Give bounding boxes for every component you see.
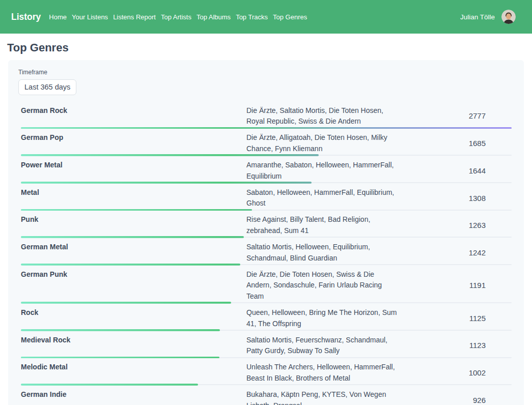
nav-link-home[interactable]: Home xyxy=(49,13,67,21)
genre-bar-track xyxy=(21,302,512,304)
genre-bar-track xyxy=(21,357,512,359)
genre-name: German Indie xyxy=(21,389,246,405)
timeframe-label: Timeframe xyxy=(18,69,516,76)
genre-artists: Bukahara, Käptn Peng, KYTES, Von Wegen L… xyxy=(246,389,407,405)
genre-bar-track xyxy=(21,182,512,184)
genre-name: German Rock xyxy=(21,105,246,127)
nav-link-top-genres[interactable]: Top Genres xyxy=(273,13,307,21)
genre-count: 926 xyxy=(407,389,512,405)
top-genres-card: Timeframe Last 365 days German Rock Die … xyxy=(8,60,524,405)
timeframe-button[interactable]: Last 365 days xyxy=(18,79,76,95)
genre-name: German Metal xyxy=(21,242,246,264)
genre-bar xyxy=(21,329,220,331)
genre-table: German Rock Die Ärzte, Saltatio Mortis, … xyxy=(21,102,512,405)
genre-name: Medieval Rock xyxy=(21,335,246,357)
genre-row: Melodic Metal Unleash The Archers, Hello… xyxy=(21,359,512,386)
genre-bar-track xyxy=(21,236,512,238)
genre-bar xyxy=(21,384,198,386)
nav-link-your-listens[interactable]: Your Listens xyxy=(72,13,108,21)
genre-artists: Die Ärzte, Saltatio Mortis, Die Toten Ho… xyxy=(246,105,407,127)
genre-name: Punk xyxy=(21,214,246,236)
genre-count: 2777 xyxy=(407,105,512,127)
genre-bar xyxy=(21,302,231,304)
genre-artists: Die Ärzte, Alligatoah, Die Toten Hosen, … xyxy=(246,132,407,154)
genre-artists: Sabaton, Helloween, HammerFall, Equilibr… xyxy=(246,187,407,209)
genre-count: 1685 xyxy=(407,132,512,154)
genre-bar-track xyxy=(21,264,512,266)
genre-bar xyxy=(21,236,244,238)
avatar-photo xyxy=(501,10,516,24)
genre-bar xyxy=(21,182,312,184)
genre-row: Medieval Rock Saltatio Mortis, Feuerschw… xyxy=(21,331,512,359)
genre-artists: Saltatio Mortis, Feuerschwanz, Schandmau… xyxy=(246,335,407,357)
user-name[interactable]: Julian Tölle xyxy=(460,13,495,21)
genre-name: Melodic Metal xyxy=(21,362,246,384)
genre-row: Power Metal Amaranthe, Sabaton, Hellowee… xyxy=(21,156,512,184)
nav-links: HomeYour ListensListens ReportTop Artist… xyxy=(49,13,312,21)
genre-count: 1191 xyxy=(407,269,512,302)
genre-row: German Metal Saltatio Mortis, Helloween,… xyxy=(21,238,512,266)
genre-count: 1308 xyxy=(407,187,512,209)
genre-count: 1002 xyxy=(407,362,512,384)
timeframe-control: Timeframe Last 365 days xyxy=(18,69,516,95)
genre-bar-track xyxy=(21,384,512,386)
genre-name: Rock xyxy=(21,307,246,329)
genre-name: German Punk xyxy=(21,269,246,302)
genre-count: 1242 xyxy=(407,242,512,264)
nav-link-top-tracks[interactable]: Top Tracks xyxy=(236,13,268,21)
genre-row: German Rock Die Ärzte, Saltatio Mortis, … xyxy=(21,102,512,129)
genre-count: 1263 xyxy=(407,214,512,236)
genre-artists: Amaranthe, Sabaton, Helloween, HammerFal… xyxy=(246,160,407,182)
user-avatar[interactable] xyxy=(501,10,516,24)
genre-artists: Unleash The Archers, Helloween, HammerFa… xyxy=(246,362,407,384)
genre-row: Rock Queen, Helloween, Bring Me The Hori… xyxy=(21,304,512,331)
genre-count: 1123 xyxy=(407,335,512,357)
genre-bar xyxy=(21,264,240,266)
genre-bar xyxy=(21,154,319,156)
nav-link-top-albums[interactable]: Top Albums xyxy=(197,13,231,21)
genre-count: 1125 xyxy=(407,307,512,329)
genre-bar xyxy=(21,357,219,359)
genre-artists: Die Ärzte, Die Toten Hosen, Swiss & Die … xyxy=(246,269,407,302)
genre-name: German Pop xyxy=(21,132,246,154)
genre-bar-track xyxy=(21,127,512,129)
brand-logo[interactable]: Listory xyxy=(11,12,41,22)
nav-link-listens-report[interactable]: Listens Report xyxy=(113,13,156,21)
genre-artists: Queen, Helloween, Bring Me The Horizon, … xyxy=(246,307,407,329)
genre-row: German Indie Bukahara, Käptn Peng, KYTES… xyxy=(21,386,512,405)
genre-row: Punk Rise Against, Billy Talent, Bad Rel… xyxy=(21,211,512,239)
genre-artists: Rise Against, Billy Talent, Bad Religion… xyxy=(246,214,407,236)
genre-row: German Punk Die Ärzte, Die Toten Hosen, … xyxy=(21,266,512,304)
genre-artists: Saltatio Mortis, Helloween, Equilibrium,… xyxy=(246,242,407,264)
genre-bar-track xyxy=(21,154,512,156)
genre-name: Power Metal xyxy=(21,160,246,182)
page-title: Top Genres xyxy=(7,40,524,56)
genre-row: German Pop Die Ärzte, Alligatoah, Die To… xyxy=(21,129,512,157)
genre-row: Metal Sabaton, Helloween, HammerFall, Eq… xyxy=(21,184,512,211)
genre-count: 1644 xyxy=(407,160,512,182)
genre-name: Metal xyxy=(21,187,246,209)
genre-bar-track xyxy=(21,329,512,331)
navbar: Listory HomeYour ListensListens ReportTo… xyxy=(0,0,532,34)
genre-bar xyxy=(21,209,252,211)
genre-bar xyxy=(21,127,512,129)
nav-link-top-artists[interactable]: Top Artists xyxy=(161,13,191,21)
genre-bar-track xyxy=(21,209,512,211)
